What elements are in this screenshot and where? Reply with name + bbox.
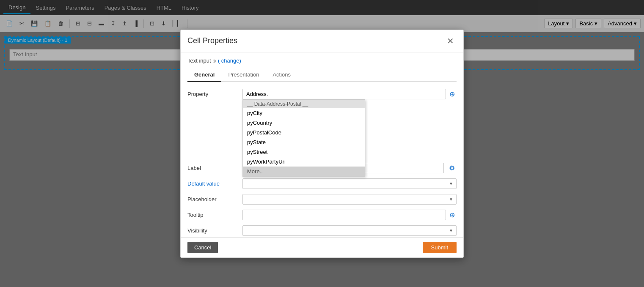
visibility-row: Visibility [187, 225, 457, 236]
tooltip-input-row: ⊕ [242, 210, 457, 220]
tooltip-label: Tooltip [187, 210, 242, 218]
tooltip-input[interactable] [242, 210, 446, 220]
property-field: ⊕ __ Data-Address-Postal __ pyCity pyCou… [242, 89, 457, 99]
placeholder-row: Placeholder [187, 194, 457, 205]
dropdown-item-pyState[interactable]: pyState [243, 137, 365, 147]
modal-overlay: Cell Properties ✕ Text input ⊕ ( change)… [0, 0, 644, 287]
placeholder-select[interactable] [242, 194, 457, 205]
submit-button[interactable]: Submit [423, 242, 457, 253]
default-value-select-wrapper [242, 178, 457, 189]
label-field-label: Label [187, 163, 242, 171]
visibility-select-wrapper [242, 225, 457, 236]
text-input-name: Text input [187, 57, 211, 64]
tooltip-search-icon: ⊕ [449, 211, 455, 219]
property-row: Property ⊕ __ Data-Address-Postal __ pyC… [187, 89, 457, 99]
property-label: Property [187, 89, 242, 97]
info-icon: ⊕ [212, 58, 216, 63]
cancel-button[interactable]: Cancel [187, 242, 218, 253]
dropdown-header-item: __ Data-Address-Postal __ [243, 100, 365, 108]
property-search-icon-btn[interactable]: ⊕ [448, 89, 457, 99]
tooltip-row: Tooltip ⊕ [187, 210, 457, 220]
dropdown-item-pyWorkPartyUri[interactable]: pyWorkPartyUri [243, 157, 365, 167]
cell-properties-modal: Cell Properties ✕ Text input ⊕ ( change)… [180, 30, 464, 258]
dropdown-item-pyPostalCode[interactable]: pyPostalCode [243, 128, 365, 137]
default-value-row: Default value [187, 178, 457, 189]
tooltip-search-icon-btn[interactable]: ⊕ [448, 210, 457, 220]
visibility-select[interactable] [242, 225, 457, 236]
modal-footer: Cancel Submit [181, 237, 463, 257]
label-gear-icon-btn[interactable]: ⚙ [447, 163, 457, 173]
default-value-select[interactable] [242, 178, 457, 189]
modal-tabs: General Presentation Actions [187, 68, 457, 82]
visibility-field [242, 225, 457, 236]
placeholder-label: Placeholder [187, 194, 242, 202]
property-input[interactable] [242, 89, 446, 99]
dropdown-item-pyCountry[interactable]: pyCountry [243, 118, 365, 128]
property-input-row: ⊕ [242, 89, 457, 99]
tab-actions[interactable]: Actions [266, 68, 297, 82]
text-input-info: Text input ⊕ ( change) [187, 57, 457, 64]
search-plus-icon: ⊕ [449, 90, 455, 98]
modal-title: Cell Properties [187, 36, 237, 45]
tooltip-field: ⊕ [242, 210, 457, 220]
placeholder-select-wrapper [242, 194, 457, 205]
placeholder-field [242, 194, 457, 205]
default-value-label: Default value [187, 178, 242, 187]
dropdown-item-pyCity[interactable]: pyCity [243, 108, 365, 118]
change-link[interactable]: ( change) [218, 57, 241, 64]
default-value-field [242, 178, 457, 189]
tab-presentation[interactable]: Presentation [221, 68, 266, 82]
modal-body: Text input ⊕ ( change) General Presentat… [181, 52, 463, 237]
tab-general[interactable]: General [187, 68, 221, 82]
dropdown-more-item[interactable]: More.. [243, 167, 365, 176]
dropdown-item-pyStreet[interactable]: pyStreet [243, 147, 365, 157]
gear-icon: ⚙ [449, 164, 455, 172]
modal-header: Cell Properties ✕ [181, 30, 463, 52]
modal-close-button[interactable]: ✕ [444, 35, 457, 47]
property-dropdown-list: __ Data-Address-Postal __ pyCity pyCount… [242, 99, 365, 177]
visibility-label: Visibility [187, 225, 242, 234]
